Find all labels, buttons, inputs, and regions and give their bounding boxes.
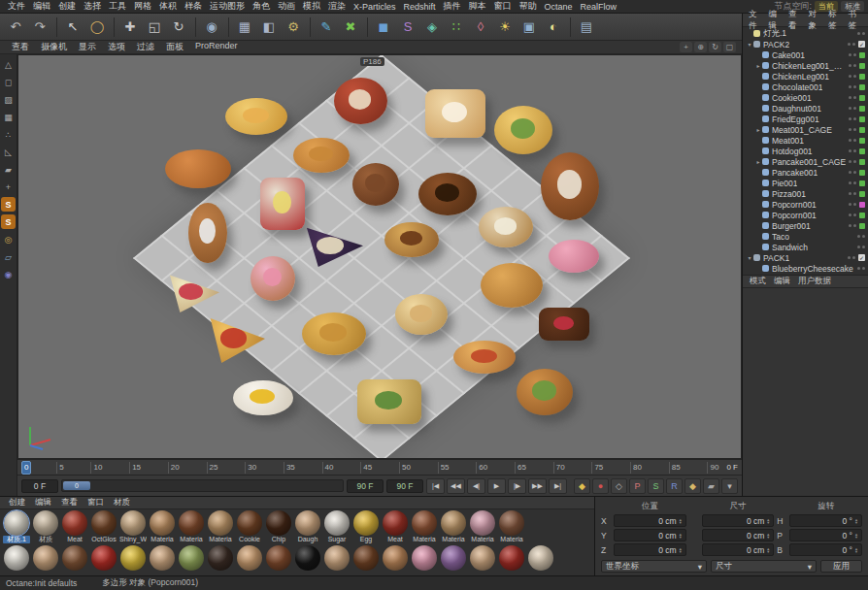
object-row-Daughnut001[interactable]: Daughnut001 <box>743 103 868 114</box>
material-menu-item-0[interactable]: 创建 <box>4 497 30 508</box>
spinner-icon[interactable]: ▲▼ <box>766 547 770 553</box>
render-settings-icon[interactable]: ⚙ <box>282 16 305 39</box>
points-mode-icon[interactable]: ∴ <box>1 127 16 142</box>
next-key-icon[interactable]: ▶▶ <box>528 478 547 494</box>
material-thumb-12[interactable] <box>352 545 380 571</box>
menu-item-2[interactable]: 创建 <box>54 0 80 13</box>
visibility-dot-icon[interactable] <box>857 267 860 270</box>
food-popcorn[interactable] <box>260 178 305 230</box>
menu-item-8[interactable]: 运动图形 <box>206 0 249 13</box>
expand-arrow-icon[interactable]: ▾ <box>746 41 753 48</box>
material-thumb-0[interactable] <box>3 545 30 571</box>
material-tag-icon[interactable] <box>859 148 865 154</box>
visibility-dot-icon[interactable] <box>853 149 856 152</box>
menu-item-18[interactable]: 帮助 <box>516 0 541 13</box>
rotate-icon[interactable]: ↻ <box>167 16 190 39</box>
size-y-field[interactable]: 0 cm▲▼ <box>702 529 775 541</box>
timeline-tick-65[interactable]: 65 <box>515 462 528 474</box>
food-sandwich[interactable] <box>357 379 421 424</box>
spinner-icon[interactable]: ▲▼ <box>766 518 770 524</box>
material-tag-icon[interactable] <box>859 74 865 80</box>
camera-icon[interactable]: ▣ <box>517 16 541 39</box>
material-thumb-Sugar[interactable]: Sugar <box>323 510 351 543</box>
timeline-tick-70[interactable]: 70 <box>553 462 567 474</box>
material-thumb-1[interactable] <box>32 545 59 571</box>
expand-arrow-icon[interactable]: ▸ <box>754 158 762 165</box>
material-thumb-13[interactable] <box>382 545 409 571</box>
size-x-field[interactable]: 0 cm▲▼ <box>702 514 775 527</box>
visibility-dot-icon[interactable] <box>849 181 851 184</box>
workplane-icon[interactable]: ▦ <box>1 110 16 124</box>
timeline-ruler[interactable]: 051015202530354045505560657075808590 0 F <box>17 459 742 475</box>
object-row-Pizza001[interactable]: Pizza001 <box>743 188 868 199</box>
material-tag-icon[interactable] <box>859 223 865 229</box>
material-thumb-Materia[interactable]: Materia <box>207 510 234 543</box>
visibility-dot-icon[interactable] <box>849 224 851 227</box>
visibility-dot-icon[interactable] <box>853 64 856 67</box>
attribute-tab-0[interactable]: 模式 <box>746 276 770 287</box>
record-parameter-icon[interactable]: ◆ <box>684 478 701 494</box>
material-tag-icon[interactable] <box>859 213 865 218</box>
visibility-dot-icon[interactable] <box>849 171 851 174</box>
menu-item-17[interactable]: 窗口 <box>490 0 516 13</box>
size-mode-select[interactable]: 尺寸▾ <box>711 560 817 573</box>
spinner-icon[interactable]: ▲▼ <box>679 547 683 553</box>
timeline-tick-25[interactable]: 25 <box>207 462 220 474</box>
object-row-Pancake001[interactable]: Pancake001 <box>743 167 868 178</box>
menu-item-11[interactable]: 模拟 <box>299 0 324 13</box>
visibility-dot-icon[interactable] <box>852 256 855 259</box>
visibility-dot-icon[interactable] <box>853 139 856 142</box>
orbit-icon[interactable]: ↻ <box>709 42 721 52</box>
visibility-dot-icon[interactable] <box>849 213 851 216</box>
menu-item-5[interactable]: 网格 <box>130 0 155 13</box>
texture-mode-icon[interactable]: ▨ <box>1 92 16 107</box>
rotation-b-field[interactable]: 0 °▲▼ <box>789 543 862 556</box>
viewport-menu-item-1[interactable]: 摄像机 <box>35 41 73 53</box>
timeline-playhead[interactable]: 0 <box>63 481 90 490</box>
material-tag-icon[interactable] <box>859 191 865 197</box>
object-row-Taco[interactable]: Taco <box>743 231 868 242</box>
visibility-dot-icon[interactable] <box>852 43 855 46</box>
selection-icon[interactable]: ↖ <box>61 16 84 39</box>
spinner-icon[interactable]: ▲▼ <box>854 533 858 539</box>
next-frame-icon[interactable]: |▶ <box>508 478 526 494</box>
object-row-ChickenLeg001_CAGE[interactable]: ▸ChickenLeg001_CAGE <box>743 60 868 71</box>
attribute-tab-1[interactable]: 编辑 <box>770 276 794 287</box>
live-selection-icon[interactable]: ◯ <box>85 16 109 39</box>
visibility-dot-icon[interactable] <box>853 181 856 184</box>
menu-item-15[interactable]: 插件 <box>440 0 465 13</box>
material-thumb-材质.1[interactable]: 材质.1 <box>3 510 30 543</box>
material-thumb-5[interactable] <box>149 545 176 571</box>
attribute-tab-2[interactable]: 用户数据 <box>794 276 835 287</box>
spinner-icon[interactable]: ▲▼ <box>854 518 858 524</box>
visibility-dot-icon[interactable] <box>849 203 851 206</box>
material-menu-item-1[interactable]: 编辑 <box>30 497 56 508</box>
material-thumb-Chip[interactable]: Chip <box>265 510 292 543</box>
material-thumb-17[interactable] <box>498 545 525 571</box>
timeline-tick-30[interactable]: 30 <box>245 462 258 474</box>
viewport-menu-item-2[interactable]: 显示 <box>73 41 102 53</box>
expand-arrow-icon[interactable]: ▸ <box>754 62 762 69</box>
record-position-icon[interactable]: P <box>629 478 646 494</box>
material-thumb-16[interactable] <box>469 545 496 571</box>
rotation-h-field[interactable]: 0 °▲▼ <box>789 514 862 527</box>
material-thumb-11[interactable] <box>323 545 351 571</box>
timeline-tick-40[interactable]: 40 <box>322 462 336 474</box>
range-start-field[interactable]: 90 F <box>347 479 384 493</box>
material-menu-item-4[interactable]: 材质 <box>109 497 135 508</box>
material-tag-icon[interactable] <box>859 180 865 186</box>
expand-arrow-icon[interactable]: ▸ <box>754 126 762 133</box>
material-thumb-8[interactable] <box>236 545 263 571</box>
current-frame-field[interactable]: 0 F <box>21 479 58 493</box>
visibility-dot-icon[interactable] <box>853 53 856 56</box>
zoom-icon[interactable]: ⊕ <box>694 42 707 52</box>
convert-editable-icon[interactable]: △ <box>1 57 16 72</box>
food-waffle[interactable] <box>302 312 366 355</box>
deformer-icon[interactable]: ◊ <box>469 16 492 39</box>
record-scale-icon[interactable]: S <box>648 478 664 494</box>
menu-item-3[interactable]: 选择 <box>80 0 105 13</box>
food-muffin[interactable] <box>352 163 399 206</box>
coordinate-system-icon[interactable]: ◉ <box>200 16 223 39</box>
timeline-tick-55[interactable]: 55 <box>438 462 451 474</box>
material-thumb-Materia[interactable]: Materia <box>498 510 525 543</box>
